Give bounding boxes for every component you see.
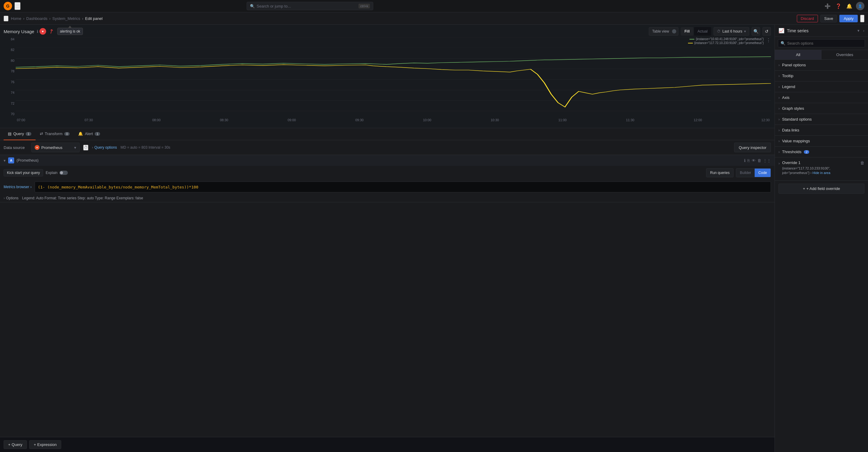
tab-query-label: Query bbox=[13, 131, 24, 136]
prometheus-icon: ● bbox=[35, 145, 39, 150]
sidebar-toggle[interactable]: ☰ bbox=[4, 16, 8, 22]
query-inspector-button[interactable]: Query inspector bbox=[734, 143, 771, 152]
time-range-button[interactable]: ⏱ Last 6 hours ▾ bbox=[714, 27, 749, 36]
actual-button[interactable]: Actual bbox=[694, 27, 711, 36]
bottom-bar: + Query + Expression bbox=[0, 437, 775, 452]
fill-button[interactable]: Fill bbox=[681, 27, 693, 36]
query-builder: ▾ A (Prometheus) ℹ ⎘ 👁 🗑 ⋮⋮ Kick start y… bbox=[0, 155, 775, 437]
add-expression-button[interactable]: + Expression bbox=[29, 440, 61, 449]
tab-overrides[interactable]: Overrides bbox=[822, 50, 868, 59]
section-thresholds: › Thresholds 2 bbox=[775, 147, 868, 157]
add-override-icon: + bbox=[803, 186, 805, 191]
chart-svg bbox=[16, 37, 771, 111]
section-standard-options-label: Standard options bbox=[782, 117, 812, 122]
tab-transform[interactable]: ⇄ Transform 0 bbox=[36, 128, 74, 140]
all-overrides-tabs: All Overrides bbox=[775, 50, 868, 60]
query-letter: A bbox=[8, 157, 14, 163]
tab-query[interactable]: ▤ Query 1 bbox=[4, 128, 36, 140]
breadcrumb-sep-3: › bbox=[82, 16, 83, 21]
add-override-button[interactable]: + + Add field override bbox=[778, 184, 864, 193]
tab-all[interactable]: All bbox=[775, 50, 822, 59]
section-tooltip-header[interactable]: › Tooltip bbox=[775, 70, 868, 81]
panel-type-chevron: ▾ bbox=[858, 28, 860, 33]
query-name: (Prometheus) bbox=[17, 158, 39, 162]
options-chevron[interactable]: › bbox=[4, 196, 5, 200]
panel-type-expand-button[interactable]: › bbox=[863, 28, 864, 33]
kick-start-button[interactable]: Kick start your query bbox=[4, 169, 43, 176]
tab-alert-badge: 1 bbox=[95, 132, 100, 136]
search-input-wrap[interactable]: 🔍 bbox=[778, 39, 865, 47]
clock-options-button[interactable]: ⏱ bbox=[83, 145, 88, 150]
datasource-name: Prometheus bbox=[41, 145, 62, 150]
help-button[interactable]: ❓ bbox=[834, 2, 843, 10]
code-button[interactable]: Code bbox=[755, 169, 771, 177]
add-query-button[interactable]: + Query bbox=[4, 440, 27, 449]
refresh-button[interactable]: ↺ bbox=[763, 27, 771, 36]
section-data-links-header[interactable]: › Data links bbox=[775, 125, 868, 135]
breadcrumb-system-metrics[interactable]: System_Metrics bbox=[52, 16, 80, 21]
time-range-label: Last 6 hours bbox=[722, 29, 742, 33]
datasource-select[interactable]: ● Prometheus ▾ bbox=[31, 143, 80, 152]
section-legend-header[interactable]: › Legend bbox=[775, 82, 868, 92]
avatar[interactable]: 👤 bbox=[856, 2, 864, 10]
override-hide-button[interactable]: Hide in area bbox=[812, 171, 830, 175]
apply-button[interactable]: Apply bbox=[839, 15, 858, 22]
save-button[interactable]: Save bbox=[820, 15, 837, 22]
y-axis: 84 82 80 78 76 74 72 70 bbox=[4, 37, 16, 116]
section-value-mappings-header[interactable]: › Value mappings bbox=[775, 136, 868, 146]
explain-label: Explain bbox=[45, 171, 57, 175]
breadcrumb-dashboards[interactable]: Dashboards bbox=[26, 16, 47, 21]
menu-button[interactable]: ☰ bbox=[14, 2, 21, 10]
datasource-row: Data source ● Prometheus ▾ ⏱ › Query opt… bbox=[0, 140, 775, 155]
explain-switch[interactable] bbox=[59, 171, 68, 175]
info-button[interactable]: ℹ bbox=[37, 29, 38, 34]
collapse-button[interactable]: ⌃ bbox=[860, 15, 864, 22]
add-button[interactable]: ➕ bbox=[824, 2, 832, 10]
query-input[interactable] bbox=[35, 182, 771, 192]
section-graph-styles-header[interactable]: › Graph styles bbox=[775, 103, 868, 114]
tab-alert[interactable]: 🔔 Alert 1 bbox=[74, 128, 104, 140]
collapse-icon[interactable]: ▾ bbox=[4, 158, 6, 163]
section-thresholds-header[interactable]: › Thresholds 2 bbox=[775, 147, 868, 157]
metrics-browser-arrow: › bbox=[30, 185, 32, 189]
section-legend-label: Legend bbox=[782, 84, 795, 89]
alert-tab-icon: 🔔 bbox=[78, 131, 83, 136]
time-series-icon: 📈 bbox=[778, 28, 784, 33]
metrics-browser-button[interactable]: Metrics browser › bbox=[4, 185, 35, 189]
toolbar: ☰ Home › Dashboards › System_Metrics › E… bbox=[0, 12, 868, 25]
run-queries-button[interactable]: Run queries bbox=[706, 168, 734, 177]
discard-button[interactable]: Discard bbox=[797, 15, 818, 22]
time-range-chevron: ▾ bbox=[744, 29, 746, 33]
query-tab-icon: ▤ bbox=[8, 131, 11, 136]
override-1-label: Override 1 bbox=[782, 160, 858, 165]
chart-container: Memory Usage ℹ ♥ ↗ alerting is ok Table … bbox=[0, 25, 775, 128]
query-eye-button[interactable]: 👁 bbox=[752, 158, 755, 163]
query-meta: MD = auto = 803 Interval = 30s bbox=[121, 145, 170, 150]
zoom-out-button[interactable]: 🔍 bbox=[752, 27, 760, 36]
section-panel-options-label: Panel options bbox=[782, 63, 806, 67]
alert-heart-icon: ♥ bbox=[39, 28, 46, 35]
toggle-dot bbox=[672, 29, 676, 33]
builder-button[interactable]: Builder bbox=[736, 169, 755, 177]
query-options-button[interactable]: › Query options bbox=[92, 145, 117, 150]
override-1-content: Override 1 {instance="117.72.10.233:9100… bbox=[782, 160, 858, 176]
query-delete-button[interactable]: 🗑 bbox=[757, 158, 761, 163]
section-standard-options-header[interactable]: › Standard options bbox=[775, 114, 868, 124]
query-copy-button[interactable]: ⎘ bbox=[747, 158, 750, 163]
section-panel-options-header[interactable]: › Panel options bbox=[775, 60, 868, 70]
chart-area bbox=[16, 37, 771, 111]
add-query-label: Query bbox=[12, 442, 22, 447]
global-search[interactable]: 🔍 Search or jump to... ctrl+k bbox=[247, 2, 373, 10]
view-toggle[interactable]: Table view bbox=[649, 27, 678, 36]
section-axis-header[interactable]: › Axis bbox=[775, 92, 868, 103]
tab-query-badge: 1 bbox=[26, 132, 31, 136]
notifications-button[interactable]: 🔔 bbox=[845, 2, 854, 10]
query-drag-button[interactable]: ⋮⋮ bbox=[763, 158, 771, 163]
query-info-button[interactable]: ℹ bbox=[744, 158, 746, 163]
override-1-instance: {instance="117.72.10.233:9100", job="pro… bbox=[782, 166, 858, 176]
search-options-input[interactable] bbox=[787, 41, 862, 46]
breadcrumb-home[interactable]: Home bbox=[11, 16, 22, 21]
section-standard-options: › Standard options bbox=[775, 114, 868, 125]
chart-header: Memory Usage ℹ ♥ ↗ alerting is ok Table … bbox=[4, 27, 771, 36]
override-delete-button[interactable]: 🗑 bbox=[860, 160, 864, 165]
